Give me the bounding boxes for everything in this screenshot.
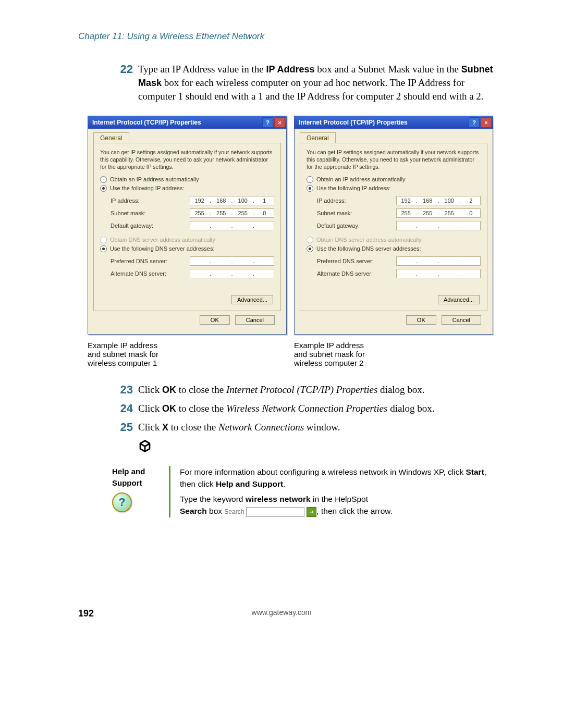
subnet-line-1: Subnet mask: 255. 255. 255. 0 <box>111 208 274 218</box>
radio-manual-ip-2[interactable]: Use the following IP address: <box>307 185 481 192</box>
help-support-block: Help and Support ? For more information … <box>112 466 490 517</box>
sn2-o1: 255 <box>399 210 412 216</box>
ip-address-line-1: IP address: 192. 168. 100. 1 <box>111 196 274 205</box>
search-label: Search <box>224 507 244 516</box>
ip-grid-1: IP address: 192. 168. 100. 1 Subnet mask… <box>111 196 274 230</box>
tab-general-2[interactable]: General <box>300 132 336 143</box>
alt-dns-field-2[interactable]: . . . <box>396 269 481 278</box>
ip-address-line-2: IP address: 192. 168. 100. 2 <box>317 196 481 205</box>
advanced-button-1[interactable]: Advanced... <box>231 295 273 304</box>
dialogs-row: Internet Protocol (TCP/IP) Properties ? … <box>88 116 563 367</box>
caption-2-l1: Example IP address <box>294 341 492 350</box>
sn1-o4: 0 <box>258 210 271 216</box>
hp1-b1: Start <box>466 467 484 476</box>
ip-address-field-1[interactable]: 192. 168. 100. 1 <box>190 196 274 205</box>
caption-2-l3: wireless computer 2 <box>294 359 492 367</box>
gateway-label: Default gateway: <box>111 223 190 229</box>
search-arrow-icon[interactable]: ➜ <box>307 507 316 517</box>
radio-auto-ip-1[interactable]: Obtain an IP address automatically <box>100 176 274 183</box>
help-icon[interactable]: ? <box>262 117 273 128</box>
radio-auto-ip-2[interactable]: Obtain an IP address automatically <box>307 176 481 183</box>
pref-dns-line-1: Preferred DNS server: . . . <box>111 256 274 266</box>
close-icon-2[interactable]: × <box>481 117 492 128</box>
radio-manual-ip-label: Use the following IP address: <box>110 185 184 191</box>
panel-1: You can get IP settings assigned automat… <box>93 143 281 311</box>
pref-dns-label: Preferred DNS server: <box>111 258 190 264</box>
hp2-boxlabel: box <box>207 507 225 515</box>
s23-mid: to close the <box>176 384 226 395</box>
subnet-field-2[interactable]: 255. 255. 255. 0 <box>396 208 481 218</box>
pref-dns-label-2: Preferred DNS server: <box>317 258 396 264</box>
ip2-o4: 2 <box>464 198 478 204</box>
ip-address-field-2[interactable]: 192. 168. 100. 2 <box>396 196 481 205</box>
cube-icon-row <box>138 439 563 456</box>
radio-manual-ip-label-2: Use the following IP address: <box>316 185 390 191</box>
advanced-button-2[interactable]: Advanced... <box>438 295 480 304</box>
radio-manual-dns-1[interactable]: Use the following DNS server addresses: <box>100 245 274 252</box>
ip-address-label: IP address: <box>111 198 190 204</box>
alt-dns-line-1: Alternate DNS server: . . . <box>111 269 274 278</box>
alt-dns-field-1[interactable]: . . . <box>190 269 274 278</box>
tcpip-dialog-1: Internet Protocol (TCP/IP) Properties ? … <box>88 116 287 335</box>
titlebar-text: Internet Protocol (TCP/IP) Properties <box>92 119 261 126</box>
ip-grid-2: IP address: 192. 168. 100. 2 Subnet mask… <box>317 196 481 230</box>
dialog-computer-1: Internet Protocol (TCP/IP) Properties ? … <box>88 116 286 367</box>
pref-dns-line-2: Preferred DNS server: . . . <box>317 256 481 266</box>
step22-bold1: IP Address <box>266 64 314 75</box>
hp2-b1: wireless network <box>246 495 311 503</box>
step-25-body: Click X to close the Network Connections… <box>138 421 500 434</box>
dialog-desc-1: You can get IP settings assigned automat… <box>100 149 274 171</box>
alt-dns-label-2: Alternate DNS server: <box>317 270 396 277</box>
hp1-b2: Help and Support <box>216 479 283 488</box>
ok-button-2[interactable]: OK <box>406 315 436 325</box>
ok-button-1[interactable]: OK <box>200 315 230 325</box>
cancel-button-1[interactable]: Cancel <box>235 315 275 325</box>
radio-auto-ip-label-2: Obtain an IP address automatically <box>316 176 405 182</box>
hp1-after: . <box>283 479 285 488</box>
dialog-desc-2: You can get IP settings assigned automat… <box>307 149 481 171</box>
tab-general-1[interactable]: General <box>93 132 129 143</box>
help-p1: For more information about configuring a… <box>180 466 490 490</box>
gateway-field-2[interactable]: . . . <box>396 221 481 230</box>
alt-dns-label: Alternate DNS server: <box>111 270 190 277</box>
s23-after: dialog box. <box>377 384 424 395</box>
sn1-o2: 255 <box>215 210 228 216</box>
dns-grid-2: Preferred DNS server: . . . Alternate DN… <box>317 256 481 278</box>
radio-auto-dns-2: Obtain DNS server address automatically <box>307 237 481 243</box>
radio-manual-dns-2[interactable]: Use the following DNS server addresses: <box>307 245 481 252</box>
pref-dns-field-2[interactable]: . . . <box>396 256 481 266</box>
question-icon: ? <box>112 492 132 512</box>
step-number-25: 25 <box>112 421 133 434</box>
sn2-o2: 255 <box>421 210 434 216</box>
step-number-23: 23 <box>112 383 133 397</box>
subnet-field-1[interactable]: 255. 255. 255. 0 <box>190 208 274 218</box>
subnet-label: Subnet mask: <box>111 210 190 216</box>
s25-bold: X <box>162 422 168 433</box>
radio-manual-ip-1[interactable]: Use the following IP address: <box>100 185 274 192</box>
help-p2: Type the keyword wireless network in the… <box>180 493 490 517</box>
ip1-o4: 1 <box>258 198 271 204</box>
ip2-o3: 100 <box>443 198 456 204</box>
radio-auto-dns-label: Obtain DNS server address automatically <box>110 237 215 243</box>
cancel-button-2[interactable]: Cancel <box>442 315 481 325</box>
sn1-o1: 255 <box>193 210 206 216</box>
sn1-o3: 255 <box>236 210 249 216</box>
search-input[interactable] <box>246 507 304 517</box>
help-left-label: Help and Support ? <box>112 466 170 517</box>
step-22: 22 Type an IP Address value in the IP Ad… <box>112 63 500 103</box>
s25-after: window. <box>304 422 340 433</box>
pref-dns-field-1[interactable]: . . . <box>190 256 274 266</box>
ip1-o3: 100 <box>236 198 249 204</box>
step-22-body: Type an IP Address value in the IP Addre… <box>138 63 500 103</box>
subnet-label-2: Subnet mask: <box>317 210 396 216</box>
gateway-field-1[interactable]: . . . <box>190 221 274 230</box>
s23-pre: Click <box>138 384 162 395</box>
s25-pre: Click <box>138 422 162 433</box>
close-icon[interactable]: × <box>274 117 285 128</box>
titlebar-2: Internet Protocol (TCP/IP) Properties ? … <box>295 116 493 129</box>
help-icon-2[interactable]: ? <box>469 117 480 128</box>
caption-2-l2: and subnet mask for <box>294 350 492 359</box>
dialog-footer-2: OK Cancel <box>300 311 487 329</box>
caption-1: Example IP address and subnet mask for w… <box>88 341 286 367</box>
radio-auto-dns-label-2: Obtain DNS server address automatically <box>316 237 422 243</box>
